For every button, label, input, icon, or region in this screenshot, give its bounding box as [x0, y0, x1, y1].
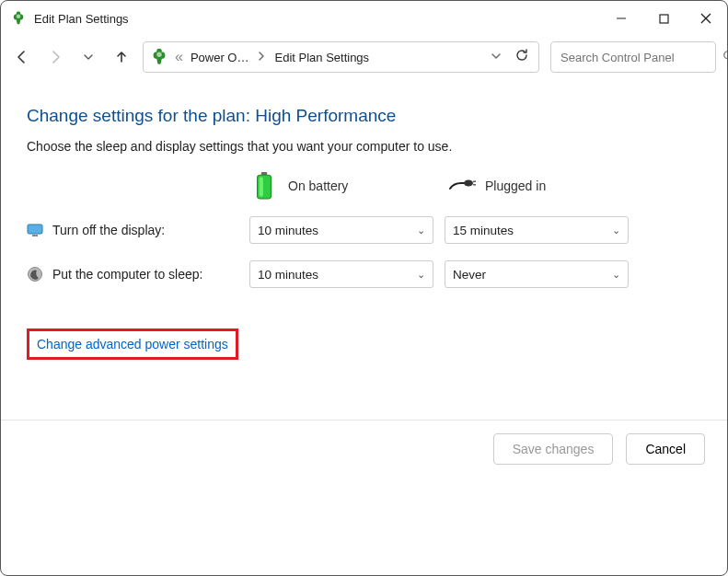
battery-icon	[253, 172, 279, 200]
column-battery: On battery	[249, 172, 433, 200]
recent-button[interactable]	[78, 47, 98, 67]
window-controls	[600, 1, 727, 36]
minimize-button[interactable]	[600, 1, 642, 36]
sleep-battery-value: 10 minutes	[258, 268, 318, 282]
search-box[interactable]	[550, 41, 716, 73]
chevron-down-icon: ⌄	[612, 225, 620, 236]
chevron-down-icon: ⌄	[417, 225, 425, 236]
advanced-power-link[interactable]: Change advanced power settings	[27, 328, 238, 360]
nav-icons	[12, 47, 132, 67]
search-input[interactable]	[559, 50, 717, 65]
display-battery-select[interactable]: 10 minutes ⌄	[249, 216, 433, 244]
up-button[interactable]	[111, 47, 132, 67]
row-sleep-text: Put the computer to sleep:	[52, 267, 202, 282]
back-button[interactable]	[12, 47, 32, 67]
plug-icon	[448, 178, 476, 194]
row-display-text: Turn off the display:	[52, 223, 165, 237]
sleep-battery-select[interactable]: 10 minutes ⌄	[249, 260, 433, 288]
cancel-button[interactable]: Cancel	[626, 433, 705, 465]
window-title: Edit Plan Settings	[34, 12, 600, 26]
svg-point-5	[156, 52, 162, 58]
forward-button[interactable]	[45, 47, 65, 67]
content: Change settings for the plan: High Perfo…	[1, 82, 727, 360]
chevron-down-icon: ⌄	[612, 269, 620, 281]
svg-line-13	[473, 185, 476, 186]
button-bar: Save changes Cancel	[1, 420, 727, 465]
svg-point-6	[724, 51, 728, 58]
page-heading: Change settings for the plan: High Perfo…	[27, 106, 701, 126]
close-button[interactable]	[685, 1, 727, 36]
window: Edit Plan Settings	[0, 0, 728, 576]
nav-row: « Power O… Edit Plan Settings	[1, 36, 727, 82]
svg-rect-10	[260, 177, 263, 196]
address-bar[interactable]: « Power O… Edit Plan Settings	[143, 41, 539, 73]
column-plugged-label: Plugged in	[485, 179, 546, 193]
svg-rect-15	[32, 235, 38, 236]
svg-rect-14	[28, 225, 42, 234]
breadcrumb-prefix: «	[175, 49, 183, 65]
sleep-icon	[27, 266, 43, 282]
svg-point-0	[17, 15, 21, 19]
address-app-icon	[149, 47, 169, 67]
maximize-button[interactable]	[642, 1, 685, 36]
address-dropdown[interactable]	[491, 49, 502, 65]
column-plugged: Plugged in	[445, 178, 629, 194]
row-display-label: Turn off the display:	[27, 222, 238, 238]
titlebar: Edit Plan Settings	[1, 1, 727, 36]
chevron-down-icon: ⌄	[417, 269, 425, 281]
display-plugged-value: 15 minutes	[453, 224, 514, 237]
svg-line-12	[473, 181, 476, 182]
display-icon	[27, 222, 43, 238]
row-sleep-label: Put the computer to sleep:	[27, 266, 238, 282]
breadcrumb-editplan[interactable]: Edit Plan Settings	[271, 49, 373, 66]
display-battery-value: 10 minutes	[258, 224, 318, 237]
chevron-right-icon	[256, 52, 267, 63]
settings-grid: On battery Plugged in	[27, 172, 701, 288]
search-icon	[722, 50, 728, 65]
refresh-button[interactable]	[514, 48, 529, 66]
svg-rect-2	[660, 15, 668, 23]
save-button[interactable]: Save changes	[493, 433, 614, 465]
column-battery-label: On battery	[288, 179, 348, 193]
sleep-plugged-select[interactable]: Never ⌄	[445, 260, 629, 288]
page-description: Choose the sleep and display settings th…	[27, 139, 701, 154]
display-plugged-select[interactable]: 15 minutes ⌄	[445, 216, 629, 244]
app-icon	[10, 10, 27, 27]
breadcrumb-power[interactable]: Power O…	[187, 49, 253, 66]
svg-point-11	[464, 180, 473, 187]
sleep-plugged-value: Never	[453, 268, 486, 282]
